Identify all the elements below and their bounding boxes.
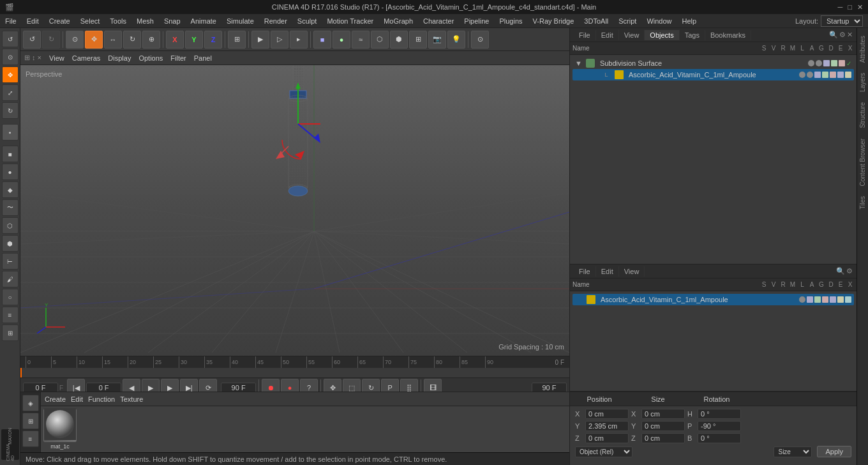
scale-tool[interactable]: ⤢: [2, 84, 19, 101]
mat-tool-1[interactable]: ◈: [22, 395, 39, 411]
viewport[interactable]: Y X Z Perspective Grid Spacing : 10 cm: [20, 65, 569, 356]
menu-render[interactable]: Render: [259, 16, 292, 26]
visibility-dot[interactable]: [808, 60, 814, 66]
tab-tags[interactable]: Tags: [680, 30, 705, 40]
size-x-field[interactable]: [641, 409, 685, 419]
world-coord-btn[interactable]: ⊞: [228, 31, 246, 49]
panel-settings-icon[interactable]: ⚙: [839, 31, 846, 39]
measure-tool[interactable]: ⊢: [2, 253, 19, 270]
undo-tool[interactable]: ↺: [2, 31, 19, 47]
menu-character[interactable]: Character: [418, 16, 459, 26]
timeline-tracks[interactable]: [20, 368, 569, 378]
menu-help[interactable]: Help: [677, 16, 702, 26]
scale-btn[interactable]: ↔: [104, 31, 122, 49]
menu-select[interactable]: Select: [75, 16, 105, 26]
sphere-tool[interactable]: ●: [2, 164, 19, 180]
rot-p-field[interactable]: [698, 421, 741, 431]
search-icon[interactable]: 🔍: [829, 31, 838, 39]
menu-animate[interactable]: Animate: [186, 16, 221, 26]
object-ampoule[interactable]: L Ascorbic_Acid_Vitamin_C_1ml_Ampoule: [572, 69, 854, 80]
render-dot-2[interactable]: [807, 72, 813, 78]
menu-create[interactable]: Create: [44, 16, 75, 26]
live-selection-tool[interactable]: ⊙: [2, 49, 19, 65]
minimize-button[interactable]: ─: [838, 3, 843, 11]
mat-edit[interactable]: Edit: [71, 395, 83, 403]
cube-tool[interactable]: ■: [2, 146, 19, 162]
array-btn[interactable]: ⊞: [409, 31, 427, 49]
menu-vray[interactable]: V-Ray Bridge: [528, 16, 580, 26]
tab-bookmarks[interactable]: Bookmarks: [705, 30, 751, 40]
panel-menu[interactable]: Panel: [194, 54, 212, 62]
attr-object-ampoule[interactable]: Ascorbic_Acid_Vitamin_C_1ml_Ampoule: [572, 294, 854, 305]
vtab-layers[interactable]: Layers: [858, 68, 867, 97]
menu-motion-tracker[interactable]: Motion Tracker: [322, 16, 378, 26]
size-y-field[interactable]: [641, 421, 685, 431]
render-playback-btn[interactable]: ▸: [290, 31, 308, 49]
rot-h-field[interactable]: [698, 409, 741, 419]
attr-tab-view[interactable]: View: [619, 266, 645, 277]
nurbs-btn[interactable]: ⬡: [371, 31, 389, 49]
close-button[interactable]: ✕: [857, 3, 863, 11]
redo-button[interactable]: ↻: [42, 31, 60, 49]
move-tool[interactable]: ✥: [2, 66, 19, 83]
rotate-tool[interactable]: ↻: [2, 102, 19, 119]
cameras-menu[interactable]: Cameras: [72, 54, 101, 62]
menu-simulate[interactable]: Simulate: [221, 16, 259, 26]
light-btn[interactable]: 💡: [447, 31, 465, 49]
mesh-tool[interactable]: ⊞: [2, 324, 19, 341]
render-region-btn[interactable]: ▷: [271, 31, 288, 49]
smooth-tool[interactable]: ○: [2, 289, 19, 305]
menu-pipeline[interactable]: Pipeline: [459, 16, 494, 26]
size-dropdown[interactable]: Size: [774, 446, 812, 457]
layer-tool[interactable]: ≡: [2, 307, 19, 323]
attr-settings-icon[interactable]: ⚙: [846, 267, 853, 275]
y-axis-btn[interactable]: Y: [185, 31, 203, 49]
cube-btn[interactable]: ■: [313, 31, 331, 49]
menu-file[interactable]: File: [0, 16, 22, 26]
menu-window[interactable]: Window: [641, 16, 677, 26]
spline-btn[interactable]: ≈: [352, 31, 370, 49]
tab-edit[interactable]: Edit: [596, 30, 619, 40]
spline-tool[interactable]: 〜: [2, 199, 19, 216]
move-btn[interactable]: ✥: [85, 31, 103, 49]
view-menu[interactable]: View: [49, 54, 64, 62]
vtab-structure[interactable]: Structure: [858, 97, 867, 133]
filter-menu[interactable]: Filter: [170, 54, 186, 62]
x-axis-btn[interactable]: X: [166, 31, 184, 49]
vtab-tiles[interactable]: Tiles: [858, 191, 867, 215]
attr-tab-file[interactable]: File: [574, 266, 596, 277]
camera-btn[interactable]: 📷: [428, 31, 446, 49]
maximize-button[interactable]: □: [848, 3, 852, 11]
mat-function[interactable]: Function: [88, 395, 115, 403]
poly-tool[interactable]: ◆: [2, 181, 19, 198]
paint-tool[interactable]: 🖌: [2, 271, 19, 287]
material-item[interactable]: mat_1c: [43, 409, 77, 450]
tab-file[interactable]: File: [574, 30, 596, 40]
object-subdivision-surface[interactable]: ▼ Subdivision Surface ✓: [572, 57, 854, 69]
mat-texture[interactable]: Texture: [120, 395, 143, 403]
menu-snap[interactable]: Snap: [159, 16, 186, 26]
pos-y-field[interactable]: [585, 421, 629, 431]
tab-objects[interactable]: Objects: [645, 30, 679, 40]
render-dot[interactable]: [816, 60, 822, 66]
attr-tab-edit[interactable]: Edit: [596, 266, 619, 277]
mat-tool-2[interactable]: ⊞: [22, 413, 39, 429]
menu-mograph[interactable]: MoGraph: [378, 16, 418, 26]
menu-script[interactable]: Script: [613, 16, 641, 26]
select-live-btn[interactable]: ⊙: [66, 31, 84, 49]
vtab-attributes[interactable]: Attributes: [858, 31, 867, 68]
display-menu[interactable]: Display: [108, 54, 131, 62]
menu-3dtoall[interactable]: 3DToAll: [579, 16, 613, 26]
menu-mesh[interactable]: Mesh: [131, 16, 159, 26]
mat-create[interactable]: Create: [45, 395, 66, 403]
rotate-btn[interactable]: ↻: [123, 31, 141, 49]
3d-object[interactable]: [276, 65, 314, 226]
menu-plugins[interactable]: Plugins: [494, 16, 527, 26]
sphere-btn[interactable]: ●: [333, 31, 350, 49]
options-menu[interactable]: Options: [138, 54, 163, 62]
pos-z-field[interactable]: [585, 433, 629, 443]
tab-view[interactable]: View: [619, 30, 645, 40]
attr-vis-dot[interactable]: [799, 296, 805, 303]
apply-button[interactable]: Apply: [817, 446, 851, 457]
nurbs-tool[interactable]: ⬡: [2, 217, 19, 234]
